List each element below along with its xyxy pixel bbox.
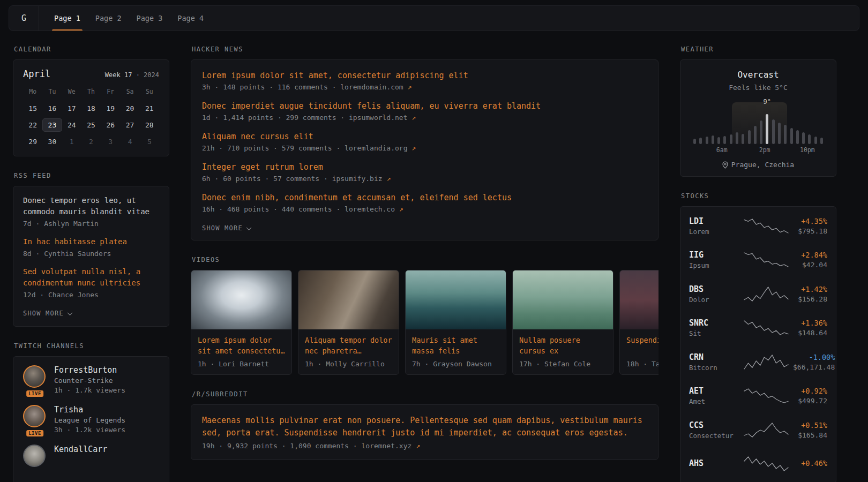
stock-name: Dolor — [689, 296, 739, 304]
channel-meta: 3h · 1.2k viewers — [54, 426, 125, 434]
video-body: Nullam posuere cursus ex 17h · Stefan Co… — [513, 329, 613, 374]
channel-info: KendallCarr — [54, 445, 107, 467]
calendar-dow: Fr — [101, 88, 120, 99]
stock-change: +0.46% — [793, 459, 827, 468]
stock-id: LDI Lorem — [689, 216, 739, 236]
reddit-widget: Maecenas mollis pulvinar erat non posuer… — [191, 404, 659, 460]
calendar-day: 2 — [81, 135, 101, 148]
show-more-label: SHOW MORE — [23, 310, 64, 317]
weather-bar — [802, 132, 805, 144]
stock-change: -1.00% — [793, 353, 835, 362]
twitch-widget: LIVE ForrestBurton Counter-Strike 1h · 1… — [13, 356, 169, 482]
rss-item-title[interactable]: Donec tempor eros leo, ut commodo mauris… — [23, 195, 159, 217]
calendar-dow: Mo — [23, 88, 42, 99]
stock-values: +0.92% $499.72 — [793, 387, 827, 405]
external-link-icon[interactable]: ↗ — [411, 144, 416, 152]
hn-item-title[interactable]: Aliquam nec cursus elit — [202, 131, 647, 142]
tab-page-3[interactable]: Page 3 — [129, 6, 170, 31]
external-link-icon[interactable]: ↗ — [408, 83, 412, 91]
external-link-icon[interactable]: ↗ — [416, 442, 420, 450]
tab-page-4[interactable]: Page 4 — [170, 6, 211, 31]
stock-change: +0.92% — [793, 387, 827, 395]
channel-game: League of Legends — [54, 416, 125, 424]
video-title: Aliquam tempor dolor nec pharetra… — [305, 335, 392, 356]
hn-item-title[interactable]: Lorem ipsum dolor sit amet, consectetur … — [202, 70, 647, 81]
calendar-day: 4 — [120, 135, 139, 148]
channel-game: Counter-Strike — [54, 376, 125, 385]
stock-row: SNRC Sit +1.36% $148.64 — [689, 311, 827, 345]
video-card[interactable]: Mauris sit amet massa felis 7h · Grayson… — [405, 270, 506, 375]
weather-bar — [693, 139, 696, 144]
weather-bar — [772, 119, 775, 144]
stock-name: Amet — [689, 397, 739, 405]
hn-item: Integer eget rutrum lorem 6h · 60 points… — [202, 161, 647, 183]
videos-row: Lorem ipsum dolor sit amet consectetu… 1… — [191, 270, 659, 375]
video-meta: 17h · Stefan Cole — [519, 360, 607, 368]
twitch-channel[interactable]: LIVE Trisha League of Legends 3h · 1.2k … — [23, 405, 159, 434]
rss-item-meta: 7d · Ashlyn Martin — [23, 220, 159, 228]
stock-values: -1.00% $66,171.48 — [793, 353, 835, 371]
rss-item: Donec tempor eros leo, ut commodo mauris… — [23, 195, 159, 228]
stock-ticker: LDI — [689, 216, 739, 226]
weather-peak-label: 9° — [764, 98, 771, 106]
video-thumbnail — [191, 270, 291, 329]
hn-item-title[interactable]: Donec imperdiet augue tincidunt felis al… — [202, 100, 647, 112]
twitch-channel[interactable]: KendallCarr — [23, 445, 159, 467]
right-column: WEATHER Overcast Feels like 5°C 9° 6am 2… — [680, 46, 836, 482]
video-card[interactable]: Nullam posuere cursus ex 17h · Stefan Co… — [512, 270, 613, 375]
weather-bar — [790, 128, 793, 144]
stock-change: +2.84% — [793, 251, 827, 259]
channel-avatar-image — [23, 405, 46, 427]
stock-price: $66,171.48 — [793, 363, 835, 371]
external-link-icon[interactable]: ↗ — [386, 175, 391, 183]
live-badge: LIVE — [26, 430, 43, 436]
rss-section-title: RSS FEED — [14, 172, 169, 179]
stock-change: +0.51% — [793, 421, 827, 430]
reddit-item-title[interactable]: Maecenas mollis pulvinar erat non posuer… — [202, 415, 647, 439]
stock-name: Lorem — [689, 228, 739, 236]
external-link-icon[interactable]: ↗ — [411, 114, 416, 122]
rss-show-more-button[interactable]: SHOW MORE — [23, 310, 72, 317]
weather-widget: Overcast Feels like 5°C 9° 6am 2pm 10pm — [680, 59, 836, 177]
stock-change: +1.36% — [793, 319, 827, 327]
video-card[interactable]: Aliquam tempor dolor nec pharetra… 1h · … — [298, 270, 399, 375]
video-body: Aliquam tempor dolor nec pharetra… 1h · … — [298, 329, 399, 374]
app-logo[interactable]: G — [9, 6, 39, 31]
calendar-day: 27 — [120, 118, 139, 132]
weather-location: Prague, Czechia — [689, 161, 827, 169]
video-title: Mauris sit amet massa felis — [412, 335, 499, 356]
hn-item-title[interactable]: Donec enim nibh, condimentum et accumsan… — [202, 192, 647, 204]
calendar-day: 25 — [81, 118, 101, 132]
tab-page-1[interactable]: Page 1 — [47, 6, 88, 31]
page-tabs: Page 1 Page 2 Page 3 Page 4 — [39, 6, 211, 31]
avatar: LIVE — [23, 365, 47, 394]
hn-item-meta: 21h · 710 points · 579 comments · loreml… — [202, 144, 647, 152]
video-card[interactable]: Lorem ipsum dolor sit amet consectetu… 1… — [191, 270, 292, 375]
tab-page-2[interactable]: Page 2 — [88, 6, 129, 31]
stock-ticker: CCS — [689, 420, 739, 430]
calendar-dow: Th — [81, 88, 101, 99]
hn-item-meta: 3h · 148 points · 116 comments · loremdo… — [202, 83, 647, 91]
location-pin-icon — [722, 161, 728, 169]
rss-item-title[interactable]: In hac habitasse platea — [23, 236, 159, 247]
calendar-day: 18 — [81, 102, 101, 115]
weather-condition: Overcast — [689, 70, 827, 80]
video-card[interactable]: Suspendisse diam 18h · Tara — [619, 270, 659, 375]
hn-show-more-button[interactable]: SHOW MORE — [202, 224, 251, 232]
stocks-widget: LDI Lorem +4.35% $795.18 IIG Ipsum — [680, 206, 836, 482]
rss-item-title[interactable]: Sed volutpat nulla nisl, a condimentum n… — [23, 266, 159, 289]
rss-widget: Donec tempor eros leo, ut commodo mauris… — [13, 186, 169, 327]
hn-item-title[interactable]: Integer eget rutrum lorem — [202, 161, 647, 173]
weather-bar — [784, 125, 787, 144]
video-title: Suspendisse diam — [626, 335, 659, 356]
weather-section: WEATHER Overcast Feels like 5°C 9° 6am 2… — [680, 46, 836, 177]
stock-id: SNRC Sit — [689, 318, 739, 337]
weather-bar — [748, 130, 751, 144]
channel-name: Trisha — [54, 405, 125, 415]
weather-bar — [723, 136, 726, 144]
left-column: CALENDAR April Week 17 · 2024 Mo Tu We T… — [13, 46, 169, 482]
external-link-icon[interactable]: ↗ — [399, 205, 403, 213]
twitch-section: TWITCH CHANNELS LIVE ForrestBurton Count… — [13, 342, 169, 482]
hn-item-meta: 1d · 1,414 points · 299 comments · ipsum… — [202, 114, 647, 122]
twitch-channel[interactable]: LIVE ForrestBurton Counter-Strike 1h · 1… — [23, 365, 159, 394]
